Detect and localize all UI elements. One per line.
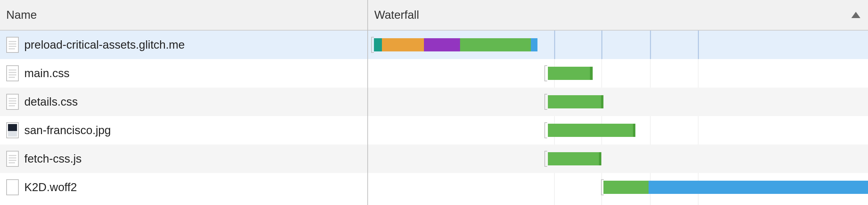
- document-file-icon: [6, 65, 19, 81]
- timing-segment: [460, 38, 531, 51]
- name-column: Name preload-critical-assets.glitch.mema…: [0, 0, 368, 205]
- queue-tick-icon: [544, 151, 547, 167]
- request-name: fetch-css.js: [24, 152, 82, 165]
- request-row[interactable]: details.css: [0, 88, 367, 116]
- request-name: san-francisco.jpg: [24, 124, 111, 137]
- queue-tick-icon: [544, 122, 547, 138]
- timing-segment: [548, 95, 601, 108]
- timing-bar[interactable]: [603, 181, 868, 194]
- request-name: main.css: [24, 67, 69, 80]
- timing-bar[interactable]: [548, 152, 601, 165]
- request-name: preload-critical-assets.glitch.me: [24, 38, 185, 51]
- gridline: [650, 31, 651, 59]
- document-file-icon: [6, 94, 19, 110]
- request-row[interactable]: preload-critical-assets.glitch.me: [0, 31, 367, 59]
- timing-segment: [531, 38, 537, 51]
- waterfall-row[interactable]: [368, 145, 868, 173]
- timing-segment: [374, 38, 382, 51]
- name-column-label: Name: [6, 8, 37, 22]
- waterfall-row[interactable]: [368, 173, 868, 202]
- image-file-icon: [6, 122, 19, 138]
- timing-bar[interactable]: [548, 67, 592, 80]
- timing-segment: [548, 152, 599, 165]
- timing-bar[interactable]: [374, 38, 537, 51]
- waterfall-row[interactable]: [368, 31, 868, 59]
- waterfall-column-label: Waterfall: [374, 8, 419, 22]
- waterfall-row[interactable]: [368, 116, 868, 145]
- request-row[interactable]: K2D.woff2: [0, 173, 367, 202]
- timing-bar[interactable]: [548, 124, 635, 137]
- request-row[interactable]: main.css: [0, 59, 367, 88]
- waterfall-row[interactable]: [368, 59, 868, 88]
- timing-segment: [548, 67, 590, 80]
- timing-segment: [633, 124, 635, 137]
- timing-segment: [599, 152, 601, 165]
- waterfall-rows: [368, 31, 868, 202]
- request-name: K2D.woff2: [24, 181, 77, 194]
- network-panel: Name preload-critical-assets.glitch.mema…: [0, 0, 868, 205]
- gridline: [698, 31, 699, 59]
- font-file-icon: [6, 179, 19, 195]
- timing-bar[interactable]: [548, 95, 603, 108]
- queue-tick-icon: [544, 94, 547, 110]
- name-column-header[interactable]: Name: [0, 0, 367, 31]
- timing-segment: [649, 181, 868, 194]
- request-name: details.css: [24, 95, 78, 108]
- queue-tick-icon: [544, 65, 547, 81]
- document-file-icon: [6, 151, 19, 167]
- timing-segment: [590, 67, 592, 80]
- timing-segment: [603, 181, 649, 194]
- timing-segment: [424, 38, 460, 51]
- waterfall-column-header[interactable]: Waterfall: [368, 0, 868, 31]
- sort-asc-icon: [851, 12, 860, 18]
- timing-segment: [601, 95, 603, 108]
- request-row[interactable]: san-francisco.jpg: [0, 116, 367, 145]
- waterfall-row[interactable]: [368, 88, 868, 116]
- timing-segment: [382, 38, 424, 51]
- document-file-icon: [6, 37, 19, 53]
- name-rows: preload-critical-assets.glitch.memain.cs…: [0, 31, 367, 202]
- gridline: [554, 31, 555, 59]
- queue-tick-icon: [371, 37, 374, 53]
- timing-segment: [548, 124, 633, 137]
- waterfall-body: [368, 31, 868, 205]
- gridline: [601, 31, 602, 59]
- waterfall-column: Waterfall: [368, 0, 868, 205]
- request-row[interactable]: fetch-css.js: [0, 145, 367, 173]
